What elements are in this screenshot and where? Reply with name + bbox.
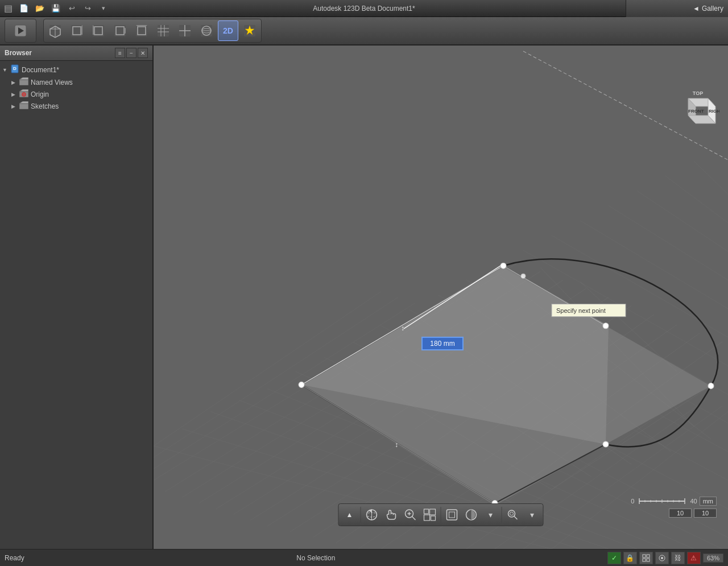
svg-rect-164 [643, 555, 646, 557]
tree-label-named-views: Named Views [31, 79, 73, 86]
toolbar-render-button[interactable] [239, 20, 260, 41]
svg-text:TOP: TOP [693, 90, 703, 96]
zoom-fit-button[interactable] [402, 506, 420, 524]
status-warning-button[interactable]: ⚠ [687, 552, 701, 564]
toolbar-home-view[interactable] [45, 20, 65, 41]
browser-close-icon[interactable]: ✕ [138, 48, 148, 58]
viewport-scene: ↕ ↕ Specify next point 180 mm [154, 46, 728, 549]
tree-item-document[interactable]: ▼ D Document1* [0, 63, 152, 76]
app-menu-icon[interactable]: ▤ [0, 1, 16, 16]
toolbar-top-view[interactable] [131, 20, 152, 41]
toolbar-split-view[interactable] [175, 20, 195, 41]
tree-item-named-views[interactable]: ▶ Named Views [0, 76, 152, 88]
tree-item-origin[interactable]: ▶ Origin [0, 88, 152, 100]
redo-icon[interactable]: ↪ [80, 1, 96, 16]
svg-rect-154 [424, 509, 429, 514]
toolbar-2d-button[interactable]: 2D [218, 20, 238, 41]
tree-label-origin: Origin [31, 90, 49, 98]
scale-input-row: 10 10 [669, 509, 717, 518]
scale-right-value: 40 [690, 498, 697, 505]
scale-input-box[interactable]: 10 [694, 509, 717, 518]
svg-rect-34 [19, 80, 28, 85]
svg-text:Specify next point: Specify next point [556, 307, 606, 314]
toolbar-wireframe-view[interactable] [196, 20, 217, 41]
tree-label-document: Document1* [22, 66, 59, 74]
scale-display-box: 10 [669, 509, 692, 518]
status-check-button[interactable]: ✓ [607, 552, 621, 564]
status-link-button[interactable]: ⛓ [671, 552, 685, 564]
save-icon[interactable]: 💾 [48, 1, 64, 16]
status-lock-button[interactable]: 🔒 [623, 552, 637, 564]
browser-tree: ▼ D Document1* ▶ Named V [0, 61, 152, 549]
shading-button[interactable] [462, 506, 481, 524]
svg-point-119 [603, 441, 609, 447]
tree-icon-named-views [19, 77, 28, 87]
btb-sep-1 [361, 507, 361, 523]
toolbar-front-view[interactable] [67, 20, 87, 41]
scale-left-value: 0 [631, 498, 634, 505]
tree-arrow-document: ▼ [2, 67, 10, 73]
dropdown-icon[interactable]: ▾ [96, 1, 111, 16]
tree-item-sketches[interactable]: ▶ Sketches [0, 100, 152, 112]
svg-marker-17 [136, 25, 147, 27]
2d-label: 2D [223, 26, 233, 35]
tree-icon-origin [19, 89, 28, 99]
svg-text:FRONT: FRONT [688, 109, 704, 114]
svg-rect-165 [647, 555, 650, 557]
display-dropdown-button[interactable]: ▾ [482, 506, 500, 524]
status-snap-button[interactable] [655, 552, 669, 564]
tree-label-sketches: Sketches [31, 102, 59, 110]
gallery-label: Gallery [702, 5, 723, 13]
status-bar: Ready No Selection ✓ 🔒 ⛓ ⚠ 63% [0, 549, 728, 566]
browser-controls: ≡ − ✕ [115, 48, 148, 58]
svg-rect-157 [431, 516, 436, 520]
zoom-button[interactable] [421, 506, 439, 524]
view-cube[interactable]: TOP FRONT RIGHT [677, 88, 717, 128]
svg-point-115 [500, 263, 506, 268]
svg-rect-158 [447, 510, 457, 520]
browser-header: Browser ≡ − ✕ [0, 46, 152, 61]
browser-grid-icon[interactable]: ≡ [115, 48, 125, 58]
viewport: ↕ ↕ Specify next point 180 mm TOP [154, 46, 728, 549]
bottom-expand-icon[interactable]: ▲ [341, 506, 359, 524]
svg-rect-155 [430, 509, 436, 515]
svg-rect-41 [19, 104, 28, 109]
main-layout: Browser ≡ − ✕ ▼ D Document1* [0, 46, 728, 549]
display-settings-button[interactable]: ▾ [523, 506, 541, 524]
toolbar-ortho-view[interactable] [153, 20, 173, 41]
toolbar-right-view[interactable] [110, 20, 130, 41]
svg-text:180 mm: 180 mm [430, 340, 454, 348]
toolbar-view-group: 2D [43, 19, 262, 43]
bottom-toolbar: ▲ [338, 503, 544, 526]
svg-rect-167 [647, 559, 650, 561]
svg-point-163 [510, 512, 514, 515]
window-title: Autodesk 123D Beta Document1* [313, 5, 415, 13]
toolbar-back-view[interactable] [88, 20, 109, 41]
svg-line-151 [412, 517, 416, 520]
undo-icon[interactable]: ↩ [64, 1, 80, 16]
svg-point-169 [661, 557, 663, 559]
scale-unit-box: mm [700, 497, 717, 506]
scale-ruler-svg [636, 495, 688, 507]
status-grid-button[interactable] [639, 552, 653, 564]
orbit-button[interactable] [363, 506, 381, 524]
view-box-button[interactable] [443, 506, 461, 524]
tree-arrow-origin: ▶ [11, 92, 19, 97]
svg-point-121 [299, 382, 304, 387]
toolbar-group-main [5, 19, 36, 43]
svg-text:RIGHT: RIGHT [709, 109, 719, 114]
browser-title: Browser [5, 49, 32, 57]
title-bar-left-icons: ▤ 📄 📂 💾 ↩ ↪ ▾ [0, 0, 111, 16]
pan-button[interactable] [382, 506, 400, 524]
svg-text:↕: ↕ [401, 324, 404, 332]
svg-rect-156 [424, 515, 430, 520]
toolbar-main-menu[interactable] [6, 20, 35, 41]
svg-text:↕: ↕ [395, 441, 398, 449]
gallery-bar[interactable]: ◄ Gallery [626, 0, 728, 17]
tree-arrow-named-views: ▶ [11, 80, 19, 85]
new-icon[interactable]: 📄 [16, 1, 32, 16]
lens-options-button[interactable] [504, 506, 522, 524]
browser-minimize-icon[interactable]: − [126, 48, 136, 58]
open-icon[interactable]: 📂 [32, 1, 48, 16]
title-bar: ▤ 📄 📂 💾 ↩ ↪ ▾ Autodesk 123D Beta Documen… [0, 0, 728, 17]
